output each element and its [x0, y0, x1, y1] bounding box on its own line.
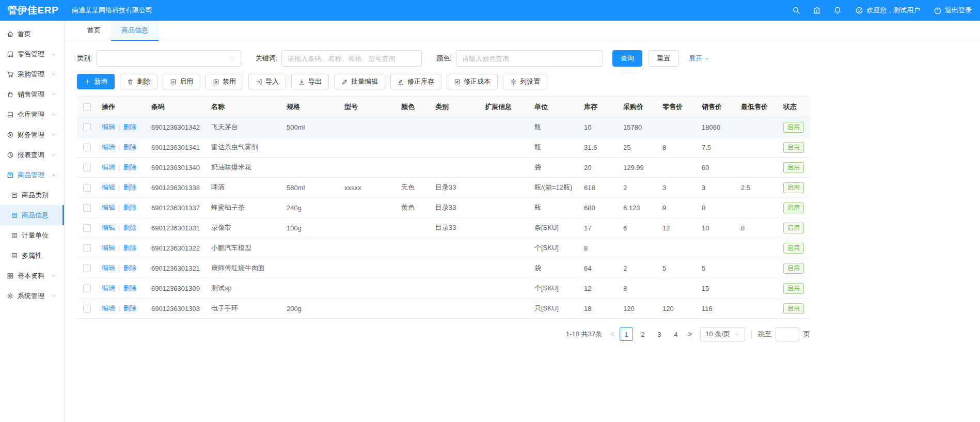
sidebar-item-purchase[interactable]: 采购管理 — [0, 64, 64, 84]
row-checkbox[interactable] — [83, 305, 91, 312]
sidebar-item-finance[interactable]: 财务管理 — [0, 124, 64, 145]
fix-stock-button[interactable]: 修正库存 — [390, 74, 441, 89]
prev-page-button[interactable]: < — [607, 330, 618, 338]
edit-link[interactable]: 编辑 — [102, 183, 115, 191]
delete-link[interactable]: 删除 — [123, 244, 136, 252]
sidebar-item-system[interactable]: 系统管理 — [0, 286, 64, 306]
logout-button[interactable]: 退出登录 — [934, 6, 972, 15]
checkbox-cell — [77, 218, 98, 238]
enable-icon — [170, 79, 177, 85]
reset-button[interactable]: 重置 — [649, 50, 678, 67]
row-checkbox[interactable] — [83, 123, 91, 131]
edit-link[interactable]: 编辑 — [102, 284, 115, 292]
bell-icon[interactable] — [833, 6, 842, 14]
row-checkbox[interactable] — [83, 224, 91, 232]
cell-category: 目录33 — [431, 198, 481, 218]
delete-link[interactable]: 删除 — [123, 163, 136, 171]
sidebar-item-product-info[interactable]: 商品信息 — [0, 205, 64, 225]
status-badge[interactable]: 启用 — [783, 122, 804, 133]
next-page-button[interactable]: > — [685, 330, 695, 338]
expand-link[interactable]: 展开 — [689, 54, 709, 63]
tab-product-info[interactable]: 商品信息 — [111, 21, 159, 41]
edit-link[interactable]: 编辑 — [102, 143, 115, 151]
edit-link[interactable]: 编辑 — [102, 304, 115, 312]
cell-ext — [481, 278, 530, 299]
row-checkbox[interactable] — [83, 184, 91, 192]
delete-link[interactable]: 删除 — [123, 304, 136, 312]
batch-edit-button[interactable]: 批量编辑 — [334, 74, 385, 89]
cell-color — [397, 278, 431, 299]
status-badge[interactable]: 启用 — [783, 263, 804, 274]
edit-link[interactable]: 编辑 — [102, 163, 115, 171]
edit-link[interactable]: 编辑 — [102, 123, 115, 131]
bank-icon[interactable] — [813, 6, 821, 14]
page-button-4[interactable]: 4 — [669, 327, 683, 341]
status-badge[interactable]: 启用 — [783, 243, 804, 254]
page-button-2[interactable]: 2 — [636, 327, 650, 341]
delete-link[interactable]: 删除 — [123, 224, 136, 231]
sidebar-item-product[interactable]: 商品管理 — [0, 165, 64, 185]
page-size-select[interactable]: 10 条/页 — [700, 327, 745, 341]
edit-link[interactable]: 编辑 — [102, 264, 115, 272]
status-badge[interactable]: 启用 — [783, 303, 804, 314]
delete-button[interactable]: 删除 — [120, 74, 157, 89]
column-settings-button[interactable]: 列设置 — [503, 74, 547, 89]
row-checkbox[interactable] — [83, 285, 91, 292]
sidebar-item-home[interactable]: 首页 — [0, 24, 64, 44]
sidebar-item-measure-unit[interactable]: 计量单位 — [0, 225, 64, 245]
search-button[interactable]: 查询 — [612, 50, 642, 67]
delete-link[interactable]: 删除 — [123, 183, 136, 191]
delete-link[interactable]: 删除 — [123, 284, 136, 292]
plus-icon — [84, 79, 91, 85]
tab-home[interactable]: 首页 — [77, 21, 111, 41]
status-badge[interactable]: 启用 — [783, 142, 804, 153]
delete-link[interactable]: 删除 — [123, 204, 136, 211]
edit-link[interactable]: 编辑 — [102, 224, 115, 231]
row-checkbox[interactable] — [83, 204, 91, 212]
row-checkbox[interactable] — [83, 164, 91, 171]
color-input[interactable] — [456, 50, 603, 67]
sidebar-item-product-category[interactable]: 商品类别 — [0, 185, 64, 205]
status-badge[interactable]: 启用 — [783, 202, 804, 213]
sidebar-item-retail[interactable]: 零售管理 — [0, 44, 64, 64]
sidebar-item-basic-data[interactable]: 基本资料 — [0, 265, 64, 286]
row-checkbox[interactable] — [83, 244, 91, 252]
edit-link[interactable]: 编辑 — [102, 204, 115, 211]
jump-page-input[interactable] — [776, 327, 799, 341]
status-badge[interactable]: 启用 — [783, 182, 804, 193]
status-badge[interactable]: 启用 — [783, 223, 804, 233]
sidebar-item-multi-attribute[interactable]: 多属性 — [0, 245, 64, 265]
status-badge[interactable]: 启用 — [783, 283, 804, 294]
page-button-3[interactable]: 3 — [653, 327, 666, 341]
page-button-1[interactable]: 1 — [620, 327, 633, 341]
app-logo[interactable]: 管伊佳ERP — [0, 4, 66, 17]
cell-name: 飞天茅台 — [207, 117, 282, 137]
status-cell: 启用 — [779, 238, 810, 258]
sidebar-item-report[interactable]: 报表查询 — [0, 145, 64, 165]
category-select[interactable] — [97, 50, 241, 67]
chevron-down-icon — [51, 132, 56, 137]
delete-link[interactable]: 删除 — [123, 143, 136, 151]
cell-ext — [481, 158, 530, 178]
export-button[interactable]: 导出 — [291, 74, 329, 89]
select-all-checkbox[interactable] — [83, 103, 91, 111]
import-button[interactable]: 导入 — [248, 74, 286, 89]
search-icon[interactable] — [792, 6, 800, 14]
column-header: 名称 — [207, 97, 282, 117]
sidebar-item-sales[interactable]: 销售管理 — [0, 84, 64, 104]
keyword-input[interactable] — [281, 50, 422, 67]
fix-cost-button[interactable]: 修正成本 — [447, 74, 498, 89]
disable-button[interactable]: 禁用 — [206, 74, 243, 89]
welcome-user[interactable]: 欢迎您，测试用户 — [855, 6, 920, 15]
delete-link[interactable]: 删除 — [123, 123, 136, 131]
delete-link[interactable]: 删除 — [123, 264, 136, 272]
status-badge[interactable]: 启用 — [783, 162, 804, 173]
add-button[interactable]: 新增 — [77, 74, 115, 89]
row-checkbox[interactable] — [83, 264, 91, 272]
cell-spec: 580ml — [282, 178, 340, 198]
enable-button[interactable]: 启用 — [163, 74, 200, 89]
edit-link[interactable]: 编辑 — [102, 244, 115, 252]
toolbar-button-label: 新增 — [94, 77, 107, 86]
row-checkbox[interactable] — [83, 144, 91, 151]
sidebar-item-warehouse[interactable]: 仓库管理 — [0, 104, 64, 124]
